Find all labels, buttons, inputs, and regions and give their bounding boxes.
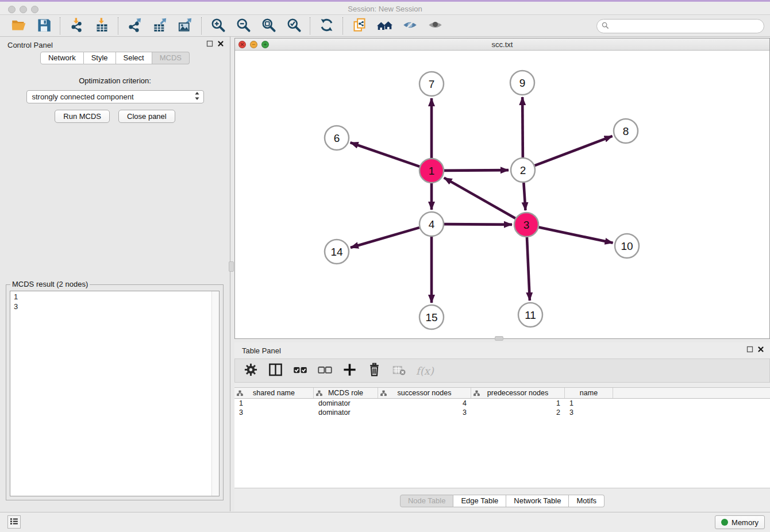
control-panel-tabs: Network Style Select MCDS xyxy=(0,52,230,64)
network-canvas[interactable]: 1234678910111415 xyxy=(235,51,769,338)
table-settings-button[interactable] xyxy=(243,363,258,378)
edge-2-8[interactable] xyxy=(535,136,613,165)
run-mcds-button[interactable]: Run MCDS xyxy=(55,110,110,123)
column-header-shared-name[interactable]: shared name xyxy=(234,388,314,398)
node-table: shared nameMCDS rolesuccessor nodesprede… xyxy=(234,387,770,488)
criterion-dropdown[interactable]: strongly connected component xyxy=(26,90,204,103)
close-panel-icon[interactable] xyxy=(757,346,764,354)
toolbar-separator xyxy=(60,17,60,34)
table-cell[interactable]: 1 xyxy=(565,399,613,408)
zoom-out-button[interactable] xyxy=(234,17,252,34)
task-history-button[interactable] xyxy=(7,515,21,529)
float-panel-icon[interactable] xyxy=(206,40,213,49)
open-session-button[interactable] xyxy=(10,17,27,34)
tab-node-table[interactable]: Node Table xyxy=(400,495,454,507)
select-all-button[interactable] xyxy=(292,363,307,378)
network-view-window: ✕ − + scc.txt 1234678910111415 xyxy=(234,38,770,339)
column-header-MCDS-role[interactable]: MCDS role xyxy=(314,388,378,398)
hide-details-button[interactable] xyxy=(401,17,418,34)
horizontal-splitter-handle[interactable] xyxy=(495,336,503,341)
column-header-predecessor-nodes[interactable]: predecessor nodes xyxy=(471,388,565,398)
table-cell[interactable]: 1 xyxy=(234,399,314,408)
graph-node-label-15: 15 xyxy=(425,311,437,323)
graph-node-label-3: 3 xyxy=(523,219,530,231)
column-header-label: name xyxy=(580,389,598,397)
mcds-result-scrollbar[interactable] xyxy=(211,291,219,496)
network-window-titlebar[interactable]: ✕ − + scc.txt xyxy=(235,38,769,51)
network-window-title: scc.txt xyxy=(235,40,769,49)
export-image-button[interactable] xyxy=(176,17,194,34)
zoom-fit-icon xyxy=(261,17,276,34)
edge-1-6[interactable] xyxy=(351,142,420,167)
table-cell[interactable]: 3 xyxy=(565,408,613,417)
edge-2-9[interactable] xyxy=(522,97,523,157)
vertical-splitter-handle[interactable] xyxy=(229,261,234,272)
edge-4-3[interactable] xyxy=(444,224,512,225)
zoom-in-button[interactable] xyxy=(209,17,226,34)
import-network-button[interactable] xyxy=(68,17,85,34)
edge-1-2[interactable] xyxy=(444,170,509,171)
edge-2-3[interactable] xyxy=(523,183,525,210)
tab-edge-table[interactable]: Edge Table xyxy=(453,495,506,507)
delete-column-button[interactable] xyxy=(367,363,382,378)
zoom-selected-button[interactable] xyxy=(285,17,302,34)
zoom-fit-button[interactable] xyxy=(260,17,277,34)
add-column-button[interactable] xyxy=(342,363,357,378)
table-cell[interactable]: dominator xyxy=(314,408,378,417)
table-cell[interactable]: 3 xyxy=(234,408,314,417)
table-row-1[interactable]: 1dominator411 xyxy=(234,399,770,408)
edge-4-14[interactable] xyxy=(351,228,419,248)
tab-mcds[interactable]: MCDS xyxy=(152,52,190,64)
tab-network-table[interactable]: Network Table xyxy=(506,495,569,507)
function-fx-icon: f(x) xyxy=(416,365,434,377)
edge-3-1[interactable] xyxy=(444,178,515,218)
graph-node-label-11: 11 xyxy=(525,309,536,321)
close-panel-button[interactable]: Close panel xyxy=(118,110,175,123)
toolbar-separator xyxy=(310,17,310,34)
trash-icon xyxy=(367,362,382,379)
table-cell[interactable]: 2 xyxy=(471,408,565,417)
toolbar-separator xyxy=(118,17,118,34)
column-header-successor-nodes[interactable]: successor nodes xyxy=(378,388,471,398)
refresh-button[interactable] xyxy=(318,17,335,34)
search-box[interactable] xyxy=(596,19,764,33)
save-session-button[interactable] xyxy=(35,17,52,34)
tab-network[interactable]: Network xyxy=(40,52,84,64)
graph-node-label-1: 1 xyxy=(429,165,435,177)
close-panel-icon[interactable] xyxy=(217,40,224,49)
import-network-icon xyxy=(69,17,84,34)
show-details-button[interactable] xyxy=(426,17,444,34)
export-network-button[interactable] xyxy=(126,17,143,34)
deselect-all-button[interactable] xyxy=(317,363,332,378)
control-panel: Control Panel Network Style Select MCDS … xyxy=(0,37,230,511)
table-cell[interactable]: 3 xyxy=(378,408,471,417)
split-columns-button[interactable] xyxy=(268,363,283,378)
table-panel: Table Panel xyxy=(234,342,770,511)
column-header-name[interactable]: name xyxy=(565,388,613,398)
edge-3-10[interactable] xyxy=(539,228,613,243)
control-panel-header: Control Panel xyxy=(0,37,230,52)
memory-button[interactable]: Memory xyxy=(715,515,765,529)
edge-3-11[interactable] xyxy=(527,237,530,300)
clone-network-button[interactable] xyxy=(351,17,368,34)
delete-table-button[interactable] xyxy=(391,363,406,378)
search-input[interactable] xyxy=(612,22,759,30)
apply-function-button[interactable]: f(x) xyxy=(416,363,434,378)
export-table-icon xyxy=(152,17,168,34)
import-table-button[interactable] xyxy=(93,17,110,34)
home-views-button[interactable] xyxy=(376,17,393,34)
tab-style[interactable]: Style xyxy=(84,52,116,64)
table-cell[interactable]: 4 xyxy=(378,399,471,408)
criterion-value: strongly connected component xyxy=(32,92,194,101)
memory-status-icon xyxy=(721,519,728,526)
mcds-result-text[interactable]: 1 3 xyxy=(10,291,220,496)
float-panel-icon[interactable] xyxy=(746,346,753,354)
table-cell[interactable]: dominator xyxy=(314,399,378,408)
app-titlebar: Session: New Session xyxy=(0,0,770,15)
table-row-2[interactable]: 3dominator323 xyxy=(234,408,770,417)
tab-motifs[interactable]: Motifs xyxy=(569,495,605,507)
tab-select[interactable]: Select xyxy=(116,52,152,64)
export-table-button[interactable] xyxy=(151,17,168,34)
table-cell[interactable]: 1 xyxy=(471,399,565,408)
column-header-filler xyxy=(613,388,770,398)
